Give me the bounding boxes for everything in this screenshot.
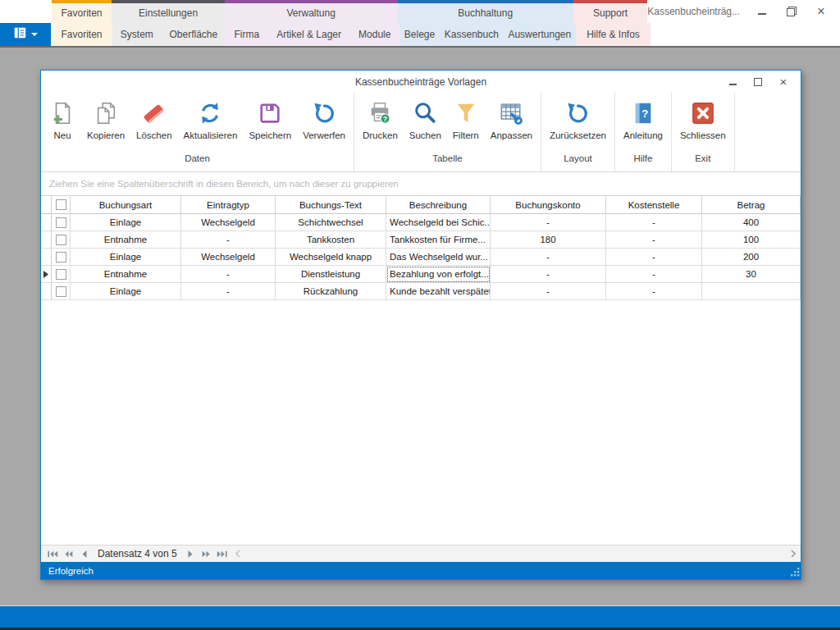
row-checkbox-cell[interactable] [52, 283, 71, 300]
menu-item-kassenbuch[interactable]: Kassenbuch [445, 29, 499, 40]
menu-item-artikel-lager[interactable]: Artikel & Lager [276, 29, 341, 40]
grid-cell[interactable]: 200 [702, 249, 801, 266]
loeschen-button[interactable]: Löschen [130, 98, 177, 142]
grid-cell[interactable]: Dienstleistung [276, 266, 386, 283]
zuruecksetzen-button[interactable]: Zurücksetzen [544, 98, 612, 142]
suchen-button[interactable]: Suchen [404, 98, 447, 142]
dialog-minimize-button[interactable] [725, 75, 740, 89]
grid-cell[interactable]: Einlage [71, 249, 181, 266]
dialog-close-button[interactable]: × [776, 75, 791, 89]
tab-einstellungen[interactable]: Einstellungen [112, 0, 224, 23]
window-minimize-button[interactable] [755, 4, 769, 19]
menu-item-firma[interactable]: Firma [235, 29, 260, 40]
column-header-buchungsart[interactable]: Buchungsart [71, 196, 181, 214]
row-checkbox-cell[interactable] [52, 231, 71, 249]
window-restore-button[interactable] [784, 4, 799, 19]
verwerfen-button[interactable]: Verwerfen [297, 98, 351, 142]
dialog-maximize-button[interactable] [751, 75, 765, 89]
grid-cell[interactable]: Entnahme [71, 231, 181, 249]
grid-cell[interactable]: - [491, 214, 606, 231]
anpassen-label: Anpassen [491, 130, 532, 140]
record-prev-button[interactable] [76, 546, 92, 562]
tab-favoriten[interactable]: Favoriten [52, 0, 112, 23]
row-checkbox-cell[interactable] [52, 214, 71, 231]
menu-item-belege[interactable]: Belege [404, 29, 435, 40]
grid-cell[interactable]: - [606, 266, 702, 283]
checkbox-icon [56, 235, 66, 245]
grid-cell[interactable]: - [606, 283, 702, 300]
app-menu-button[interactable] [0, 23, 51, 46]
scroll-right-icon[interactable] [790, 550, 801, 558]
drucken-button[interactable]: ? Drucken [357, 98, 404, 142]
grid-cell[interactable]: - [606, 214, 702, 231]
grid-cell[interactable]: Rückzahlung [276, 283, 386, 300]
grid-cell[interactable]: Wechselgeld bei Schic... [386, 214, 491, 231]
resize-grip-icon[interactable] [791, 568, 800, 578]
menu-item-hilfe-infos[interactable]: Hilfe & Infos [587, 29, 640, 40]
filtern-button[interactable]: Filtern [447, 98, 485, 142]
menu-item-oberflaeche[interactable]: Oberfläche [169, 29, 217, 40]
grid-cell[interactable]: Einlage [71, 214, 181, 231]
window-close-button[interactable]: × [814, 4, 829, 19]
scroll-left-icon[interactable] [235, 550, 241, 558]
grid-cell[interactable]: Entnahme [71, 266, 181, 283]
group-by-panel[interactable]: Ziehen Sie eine Spaltenüberschrift in di… [41, 172, 801, 196]
menu-item-module[interactable]: Module [358, 29, 390, 40]
speichern-button[interactable]: Speichern [243, 98, 297, 142]
anpassen-button[interactable]: Anpassen [485, 98, 538, 142]
grid-cell[interactable] [702, 283, 801, 300]
schliessen-button[interactable]: Schliessen [674, 98, 732, 142]
grid-cell[interactable]: - [606, 231, 702, 249]
grid-cell[interactable]: 180 [491, 231, 606, 249]
grid-cell[interactable]: - [181, 231, 276, 249]
column-header-betrag[interactable]: Betrag [702, 196, 801, 214]
toolbar-group-exit-label: Exit [674, 153, 732, 171]
anleitung-button[interactable]: ? Anleitung [618, 98, 669, 142]
grid-cell[interactable]: Das Wechselgeld wur... [386, 249, 491, 266]
grid-cell[interactable]: 100 [702, 231, 801, 249]
grid-cell[interactable]: Tankkosten für Firme... [386, 231, 491, 249]
grid-cell[interactable]: 30 [702, 266, 801, 283]
select-all-checkbox-cell[interactable] [52, 196, 71, 214]
column-header-buchungs-text[interactable]: Buchungs-Text [276, 196, 386, 214]
record-prev-page-button[interactable] [61, 546, 76, 562]
desktop-area: Kassenbucheinträge Vorlagen × Neu [0, 46, 840, 605]
chevron-down-icon [31, 33, 38, 36]
grid-cell[interactable]: - [606, 249, 702, 266]
tab-verwaltung[interactable]: Verwaltung [225, 0, 398, 23]
record-next-page-button[interactable] [199, 546, 214, 562]
menu-item-system[interactable]: System [121, 29, 153, 40]
neu-button[interactable]: Neu [43, 98, 81, 142]
grid-cell[interactable]: - [491, 283, 606, 300]
grid-cell[interactable]: Schichtwechsel [276, 214, 386, 231]
tab-support[interactable]: Support [573, 0, 648, 23]
grid-cell[interactable]: - [181, 283, 276, 300]
column-header-buchungskonto[interactable]: Buchungskonto [491, 196, 606, 214]
column-header-eintragtyp[interactable]: Eintragtyp [181, 196, 276, 214]
kopieren-button[interactable]: Kopieren [81, 98, 130, 142]
aktualisieren-button[interactable]: Aktualisieren [178, 98, 244, 142]
grid-cell[interactable]: - [491, 266, 606, 283]
grid-cell[interactable]: Wechselgeld knapp [276, 249, 386, 266]
column-header-beschreibung[interactable]: Beschreibung [386, 196, 491, 214]
record-next-button[interactable] [183, 546, 199, 562]
grid-cell[interactable]: 400 [702, 214, 801, 231]
menu-item-auswertungen[interactable]: Auswertungen [508, 29, 571, 40]
grid-cell[interactable]: Wechselgeld [181, 214, 276, 231]
record-last-button[interactable] [214, 546, 230, 562]
grid-cell[interactable]: - [491, 249, 606, 266]
record-first-button[interactable] [45, 546, 61, 562]
grid-cell[interactable]: - [181, 266, 276, 283]
column-header-kostenstelle[interactable]: Kostenstelle [606, 196, 702, 214]
grid-cell-focused[interactable]: Bezahlung von erfolgt... [386, 266, 491, 283]
grid-cell[interactable]: Tankkosten [276, 231, 386, 249]
grid-cell[interactable]: Wechselgeld [181, 249, 276, 266]
row-checkbox-cell[interactable] [52, 249, 71, 266]
dialog-titlebar[interactable]: Kassenbucheinträge Vorlagen × [41, 71, 801, 93]
row-checkbox-cell[interactable] [52, 266, 71, 283]
menu-item-favoriten[interactable]: Favoriten [61, 29, 102, 40]
copy-icon [93, 100, 119, 126]
grid-cell[interactable]: Einlage [71, 283, 181, 300]
tab-buchhaltung[interactable]: Buchhaltung [398, 0, 573, 23]
grid-cell[interactable]: Kunde bezahlt verspätet [386, 283, 491, 300]
